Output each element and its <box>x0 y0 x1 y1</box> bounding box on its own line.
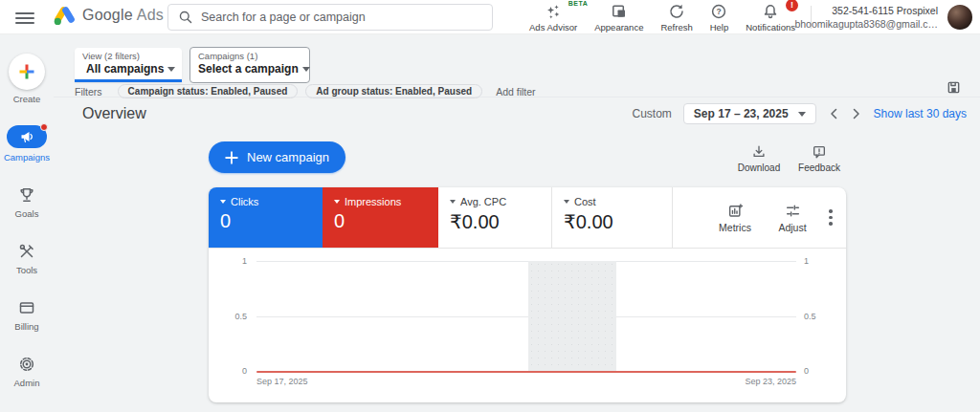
download-icon <box>751 144 767 160</box>
gridline-1 <box>256 261 796 262</box>
sidebar-item-create[interactable]: Create <box>9 34 45 104</box>
metric-caret-icon <box>334 200 340 204</box>
add-filter-button[interactable]: Add filter <box>496 86 535 98</box>
campaigns-pill[interactable] <box>7 125 47 148</box>
refresh-label: Refresh <box>660 22 692 33</box>
weekend-band <box>528 261 616 372</box>
sidebar-item-admin[interactable]: Admin <box>14 332 40 388</box>
beta-badge: BETA <box>568 0 589 7</box>
bell-icon <box>762 3 779 20</box>
metrics-button-label: Metrics <box>710 222 760 233</box>
view-selector-value: All campaigns <box>86 62 164 76</box>
y-tick-right-0: 0 <box>804 366 827 376</box>
filter-chip-row: Filters Campaign status: Enabled, Paused… <box>75 84 536 98</box>
metrics-button[interactable]: Metrics <box>710 202 760 233</box>
create-button[interactable] <box>9 54 45 90</box>
chevron-left-icon <box>830 108 837 119</box>
metric-caret-icon <box>450 200 456 204</box>
date-range-selector[interactable]: Sep 17 – 23, 2025 <box>683 103 816 124</box>
x-axis-end-label: Sep 23, 2025 <box>745 377 796 386</box>
sidebar-label-admin: Admin <box>14 378 40 388</box>
dropdown-caret-icon <box>167 67 175 72</box>
date-range-value: Sep 17 – 23, 2025 <box>694 107 789 120</box>
ads-advisor-button[interactable]: BETA Ads Advisor <box>521 3 586 33</box>
metric-card-impressions[interactable]: Impressions 0 <box>323 187 438 248</box>
appearance-button[interactable]: Appearance <box>586 3 652 33</box>
chevron-right-icon <box>853 108 860 119</box>
sidebar-item-billing[interactable]: Billing <box>14 275 38 332</box>
x-axis-start-label: Sep 17, 2025 <box>256 377 308 386</box>
campaigns-alert-dot <box>40 123 48 131</box>
download-button[interactable]: Download <box>730 143 788 173</box>
download-label: Download <box>730 163 788 173</box>
search-icon <box>178 10 193 25</box>
more-options-icon[interactable] <box>829 209 833 226</box>
metric-card-cost[interactable]: Cost ₹0.00 <box>552 187 673 248</box>
dropdown-caret-icon <box>798 112 806 117</box>
save-icon <box>947 80 961 95</box>
top-bar: GoogleAds BETA Ads Advisor <box>0 0 980 34</box>
sidebar-label-billing: Billing <box>14 321 38 332</box>
help-label: Help <box>710 22 729 33</box>
show-last-30-days-link[interactable]: Show last 30 days <box>874 107 967 120</box>
filters-label: Filters <box>75 86 102 98</box>
adjust-sliders-icon <box>785 203 801 219</box>
cost-value: ₹0.00 <box>564 210 660 233</box>
page-title: Overview <box>82 105 146 122</box>
custom-range-label: Custom <box>633 107 672 120</box>
search-input[interactable] <box>201 11 482 24</box>
sidebar-item-tools[interactable]: Tools <box>16 219 37 275</box>
view-selector[interactable]: View (2 filters) All campaigns <box>75 48 182 82</box>
previous-period-button[interactable] <box>828 108 839 119</box>
menu-icon[interactable] <box>15 10 34 25</box>
date-controls: Custom Sep 17 – 23, 2025 Show last 30 da… <box>633 103 967 124</box>
filter-chip-adgroup-status[interactable]: Ad group status: Enabled, Paused <box>305 84 482 98</box>
avg-cpc-value: ₹0.00 <box>450 210 540 233</box>
dropdown-caret-icon <box>302 67 310 72</box>
global-search[interactable] <box>167 4 493 31</box>
feedback-button[interactable]: Feedback <box>791 143 848 173</box>
plus-icon <box>18 63 35 80</box>
plus-icon <box>225 151 238 164</box>
gear-icon <box>18 356 35 373</box>
campaign-selector[interactable]: Campaigns (1) Select a campaign <box>189 47 310 83</box>
feedback-label: Feedback <box>791 163 848 173</box>
refresh-button[interactable]: Refresh <box>652 3 701 33</box>
new-campaign-label: New campaign <box>247 150 329 164</box>
appearance-label: Appearance <box>594 22 643 33</box>
y-tick-left-0: 0 <box>224 366 247 376</box>
avatar[interactable] <box>947 5 972 30</box>
overview-card: Clicks 0 Impressions 0 Avg. CPC ₹0.00 Co… <box>209 187 846 402</box>
ads-advisor-label: Ads Advisor <box>529 22 577 33</box>
metric-caret-icon <box>564 200 569 204</box>
chart-plot-area <box>256 261 796 372</box>
account-info[interactable]: 352-541-6115 Prospixel bhoomikagupta8368… <box>794 5 938 32</box>
sidebar-item-campaigns[interactable]: Campaigns <box>4 104 50 163</box>
clicks-label: Clicks <box>231 196 258 207</box>
trophy-icon <box>18 186 35 204</box>
new-campaign-button[interactable]: New campaign <box>209 141 345 173</box>
save-view-button[interactable] <box>947 80 961 98</box>
view-selector-label: View (2 filters) <box>82 51 174 61</box>
google-ads-logo: GoogleAds <box>53 4 164 27</box>
sidebar-label-campaigns: Campaigns <box>4 152 50 163</box>
y-tick-right-1: 1 <box>804 256 827 266</box>
sparkle-icon <box>545 3 562 20</box>
y-tick-left-0-5: 0.5 <box>224 312 247 321</box>
filter-chip-campaign-status[interactable]: Campaign status: Enabled, Paused <box>118 84 299 98</box>
metric-card-clicks[interactable]: Clicks 0 <box>209 187 323 248</box>
megaphone-icon <box>19 129 34 144</box>
y-tick-left-1: 1 <box>224 256 247 266</box>
google-ads-app: GoogleAds BETA Ads Advisor <box>0 0 980 412</box>
next-period-button[interactable] <box>851 108 862 119</box>
cost-label: Cost <box>574 196 596 207</box>
metric-card-avg-cpc[interactable]: Avg. CPC ₹0.00 <box>438 187 552 248</box>
series-line-zero <box>256 371 796 373</box>
adjust-button[interactable]: Adjust <box>768 202 817 233</box>
feedback-icon <box>812 144 827 160</box>
page-header: Overview Custom Sep 17 – 23, 2025 Show l… <box>54 98 980 130</box>
help-button[interactable]: ? Help <box>702 3 738 33</box>
sidebar-item-goals[interactable]: Goals <box>15 163 39 219</box>
tools-icon <box>18 243 35 260</box>
refresh-icon <box>668 3 685 20</box>
